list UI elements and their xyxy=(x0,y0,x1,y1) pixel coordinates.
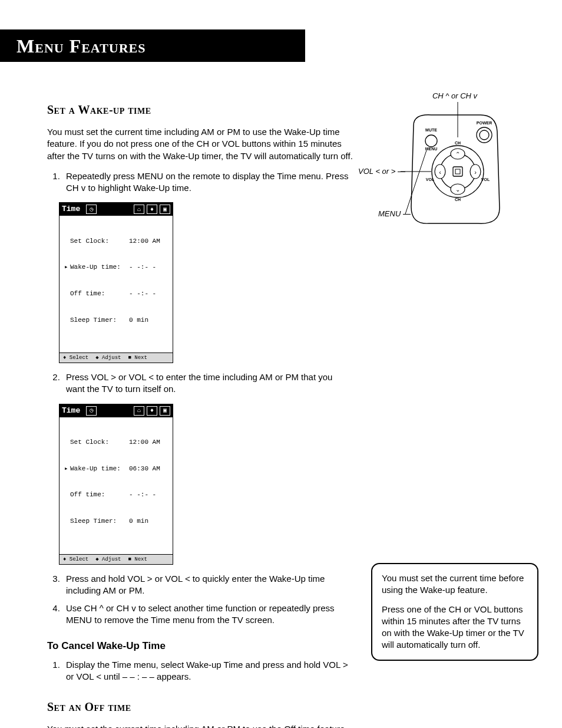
svg-text:MENU: MENU xyxy=(425,147,438,151)
svg-text:‹: ‹ xyxy=(439,169,441,176)
clock-icon: ◷ xyxy=(86,205,97,214)
remote-ch-label: CH ^ or CH v xyxy=(432,91,477,100)
mute-label: MUTE xyxy=(425,128,437,132)
note-p1: You must set the current time before usi… xyxy=(382,572,528,597)
menu-header: Time ◷ ⌂ ♦ ▣ xyxy=(59,404,173,417)
svg-text:⌄: ⌄ xyxy=(455,186,460,193)
menu-header: Time ◷ ⌂ ♦ ▣ xyxy=(59,203,173,216)
heading-wakeup: Set a Wake-up time xyxy=(47,102,353,118)
menu-title: Time xyxy=(62,204,80,215)
svg-point-2 xyxy=(480,130,489,140)
svg-rect-6 xyxy=(455,169,460,174)
intro-wakeup: You must set the current time including … xyxy=(47,126,353,162)
time-menu-figure-1: Time ◷ ⌂ ♦ ▣ Set Clock:12:00 AM ▸Wake-Up… xyxy=(59,202,173,363)
time-menu-figure-2: Time ◷ ⌂ ♦ ▣ Set Clock:12:00 AM ▸Wake-Up… xyxy=(59,404,173,565)
tv-icon: ⌂ xyxy=(134,205,144,214)
svg-text:⌃: ⌃ xyxy=(455,151,460,157)
side-column: CH ^ or CH v VOL < or > — MENU — ⌃ xyxy=(371,85,538,728)
heading-cancel: To Cancel Wake-Up Time xyxy=(47,640,353,653)
step-3: Press and hold VOL > or VOL < to quickly… xyxy=(62,573,353,597)
step-2: Press VOL > or VOL < to enter the time i… xyxy=(62,371,353,396)
svg-text:VOL: VOL xyxy=(481,177,490,182)
main-column: Set a Wake-up time You must set the curr… xyxy=(24,85,353,728)
note-p2: Press one of the CH or VOL buttons withi… xyxy=(382,604,528,651)
menu-body: Set Clock:12:00 AM ▸Wake-Up time:06:30 A… xyxy=(59,417,173,554)
pip-icon: ▣ xyxy=(160,205,170,214)
step-1: Repeatedly press MENU on the remote to d… xyxy=(62,170,353,195)
svg-text:›: › xyxy=(474,169,477,176)
heading-offtime: Set an Off time xyxy=(47,699,353,715)
cancel-step-1: Display the Time menu, select Wake-up Ti… xyxy=(62,659,353,683)
svg-text:CH: CH xyxy=(455,197,461,202)
svg-text:VOL: VOL xyxy=(426,177,435,182)
intro-offtime: You must set the current time including … xyxy=(47,723,353,728)
pip-icon: ▣ xyxy=(160,406,170,416)
page-banner: Menu Features xyxy=(0,29,305,62)
setup-icon: ♦ xyxy=(147,205,157,214)
setup-icon: ♦ xyxy=(147,406,157,416)
power-label: POWER xyxy=(477,121,492,125)
remote-diagram: CH ^ or CH v VOL < or > — MENU — ⌃ xyxy=(396,91,514,233)
clock-icon: ◷ xyxy=(86,406,97,416)
menu-footer: ♦ Select ◆ Adjust ■ Next xyxy=(59,353,173,363)
menu-title: Time xyxy=(62,406,80,416)
step-4: Use CH ^ or CH v to select another time … xyxy=(62,602,353,627)
svg-point-0 xyxy=(425,135,437,147)
menu-body: Set Clock:12:00 AM ▸Wake-Up time:- -:- -… xyxy=(59,216,173,353)
menu-footer: ♦ Select ◆ Adjust ■ Next xyxy=(59,554,173,564)
note-box: You must set the current time before usi… xyxy=(371,563,538,661)
svg-text:CH: CH xyxy=(455,141,461,145)
tv-icon: ⌂ xyxy=(134,406,144,416)
